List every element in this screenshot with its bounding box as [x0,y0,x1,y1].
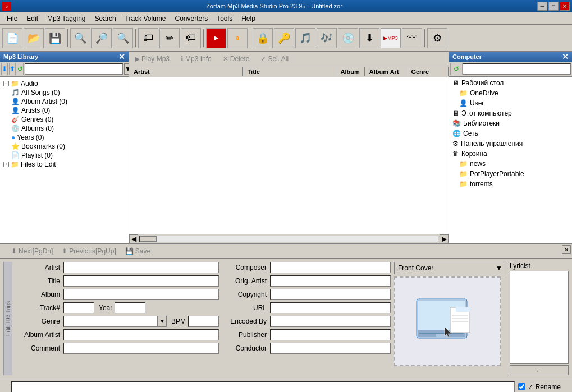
download-button[interactable]: ⬇ [359,28,379,48]
tree-item-years[interactable]: ● Years (0) [2,133,126,142]
horizontal-scrollbar[interactable]: ◀ ▶ [129,234,449,243]
youtube2-button[interactable]: ▶MP3 [381,28,401,48]
close-button[interactable]: ✕ [560,2,570,11]
comp-item-torrents[interactable]: 📁 torrents [450,179,571,189]
col-artist[interactable]: Artist [129,67,243,76]
id3-button[interactable]: 🏷 [138,28,158,48]
scroll-right-button[interactable]: ▶ [440,234,449,243]
tree-item-album-artist[interactable]: 👤 Album Artist (0) [2,97,126,106]
track-input[interactable] [63,302,94,313]
comp-item-libraries[interactable]: 📚 Библиотеки [450,118,571,128]
play-mp3-button[interactable]: ▶ Play Mp3 [131,54,173,64]
open-button[interactable]: 📂 [24,28,44,48]
genre-dropdown-button[interactable]: ▼ [158,316,167,327]
amazon-button[interactable]: a [227,28,248,48]
minimize-button[interactable]: ─ [537,2,547,11]
album-input[interactable] [63,289,219,300]
tree-item-audio[interactable]: − 📁 Audio [2,79,126,88]
col-title[interactable]: Title [243,67,336,76]
col-album[interactable]: Album [336,67,365,76]
cover-image-area[interactable] [394,276,501,366]
comp-item-news[interactable]: 📁 news [450,159,571,169]
comp-item-user[interactable]: 👤 User [450,98,571,108]
url-input[interactable] [270,302,391,313]
key-button[interactable]: 🔑 [274,28,294,48]
comp-item-desktop[interactable]: 🖥 Рабочий стол [450,78,571,88]
maximize-button[interactable]: □ [548,2,559,11]
encoded-by-input[interactable] [270,316,391,327]
tree-item-files-to-edit[interactable]: + 📁 Files to Edit [2,160,126,169]
comp-item-potplayer[interactable]: 📁 PotPlayerPortable [450,169,571,179]
comp-item-recycle-bin[interactable]: 🗑 Корзина [450,149,571,159]
tree-item-genres[interactable]: 🎸 Genres (0) [2,115,126,124]
lib-refresh-button[interactable]: ↺ [17,63,24,75]
menu-mp3-tagging[interactable]: Mp3 Tagging [43,13,90,24]
menu-track-volume[interactable]: Track Volume [121,13,171,24]
orig-artist-input[interactable] [270,275,391,287]
wave-button[interactable]: 🎵 [295,28,315,48]
cd-button[interactable]: 💿 [338,28,358,48]
artist-input[interactable] [63,262,219,273]
rename-checkbox[interactable] [518,383,525,390]
music-button[interactable]: 🎶 [317,28,337,48]
mp3-info-button[interactable]: ℹ Mp3 Info [177,54,215,64]
col-album-art[interactable]: Album Art [365,67,407,76]
zoom-in-button[interactable]: 🔎 [91,28,112,48]
computer-search-input[interactable] [463,63,571,75]
delete-button[interactable]: ✕ Delete [219,54,253,64]
composer-input[interactable] [270,262,391,273]
search-button[interactable]: 🔍 [113,28,133,48]
save-tags-button[interactable]: 💾 Save [125,247,150,255]
library-close-button[interactable]: ✕ [118,53,125,61]
rename-input[interactable] [11,381,515,393]
scrollbar-track[interactable] [139,236,438,242]
wave2-button[interactable]: 〰 [402,28,422,48]
comp-item-control-panel[interactable]: ⚙ Панель управления [450,139,571,149]
save-button[interactable]: 💾 [45,28,65,48]
copyright-input[interactable] [270,289,391,300]
lock-button[interactable]: 🔒 [253,28,273,48]
edit-panel-close-button[interactable]: ✕ [562,245,571,254]
tree-item-bookmarks[interactable]: ⭐ Bookmarks (0) [2,142,126,151]
tree-item-playlist[interactable]: 📄 Playlist (0) [2,151,126,160]
lib-add-button[interactable]: ⬇ [1,63,8,75]
year-input[interactable] [115,302,145,313]
comp-item-network[interactable]: 🌐 Сеть [450,128,571,139]
cover-dropdown[interactable]: Front Cover ▼ [394,262,506,274]
library-search-input[interactable] [25,63,123,75]
computer-close-button[interactable]: ✕ [562,53,569,61]
settings-button[interactable]: ⚙ [427,28,447,48]
lyricist-textarea[interactable] [510,271,569,364]
tree-item-all-songs[interactable]: 🎵 All Songs (0) [2,88,126,97]
next-button[interactable]: ⬇ Next[PgDn] [11,247,53,255]
album-artist-input[interactable] [63,329,219,340]
sel-all-button[interactable]: ✓ Sel. All [257,54,292,64]
title-input[interactable] [63,275,219,287]
menu-file[interactable]: File [2,13,22,24]
genre-input[interactable] [63,316,158,327]
menu-converters[interactable]: Converters [170,13,212,24]
edit-button[interactable]: ✏ [159,28,180,48]
lib-up-button[interactable]: ⬆ [9,63,16,75]
tag-button[interactable]: 🏷 [181,28,201,48]
youtube-button[interactable]: ▶ [206,28,226,48]
publisher-input[interactable] [270,329,391,340]
tree-item-artists[interactable]: 👤 Artists (0) [2,106,126,115]
menu-help[interactable]: Help [237,13,260,24]
computer-refresh-button[interactable]: ↺ [450,63,463,75]
bpm-input[interactable] [188,316,219,327]
comment-input[interactable] [63,343,219,354]
menu-edit[interactable]: Edit [22,13,43,24]
conductor-input[interactable] [270,343,391,354]
menu-tools[interactable]: Tools [212,13,237,24]
menu-search[interactable]: Search [90,13,121,24]
prev-button[interactable]: ⬆ Previous[PgUp] [62,247,116,255]
tree-item-albums[interactable]: 💿 Albums (0) [2,124,126,133]
lyricist-button[interactable]: ... [510,365,569,375]
new-button[interactable]: 📄 [2,28,22,48]
col-genre[interactable]: Genre [406,67,449,76]
comp-item-this-computer[interactable]: 🖥 Этот компьютер [450,108,571,118]
expand-files-to-edit[interactable]: + [3,162,9,167]
scroll-left-button[interactable]: ◀ [129,234,138,243]
expand-audio[interactable]: − [3,81,9,86]
